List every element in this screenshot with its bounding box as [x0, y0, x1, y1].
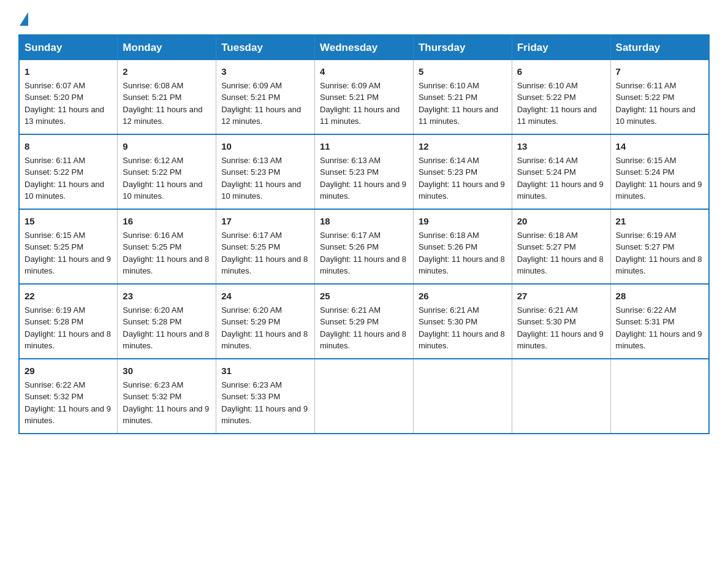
- day-info: Sunrise: 6:22 AMSunset: 5:32 PMDaylight:…: [25, 380, 111, 426]
- day-header-monday: Monday: [118, 35, 216, 60]
- day-header-sunday: Sunday: [19, 35, 118, 60]
- day-number: 2: [123, 65, 211, 79]
- day-number: 28: [616, 289, 703, 303]
- day-info: Sunrise: 6:19 AMSunset: 5:27 PMDaylight:…: [616, 231, 702, 276]
- day-number: 16: [123, 215, 211, 228]
- calendar-cell: 9 Sunrise: 6:12 AMSunset: 5:22 PMDayligh…: [118, 134, 216, 209]
- day-info: Sunrise: 6:09 AMSunset: 5:21 PMDaylight:…: [221, 81, 301, 126]
- logo-triangle-icon: [20, 12, 28, 26]
- day-header-friday: Friday: [512, 35, 610, 60]
- day-info: Sunrise: 6:21 AMSunset: 5:30 PMDaylight:…: [419, 305, 505, 351]
- day-number: 23: [123, 289, 211, 303]
- day-number: 5: [419, 65, 507, 79]
- day-number: 22: [25, 289, 112, 303]
- day-info: Sunrise: 6:16 AMSunset: 5:25 PMDaylight:…: [123, 231, 209, 276]
- day-number: 24: [221, 289, 309, 303]
- calendar-table: SundayMondayTuesdayWednesdayThursdayFrid…: [18, 34, 710, 434]
- day-number: 20: [517, 215, 605, 228]
- day-number: 21: [616, 215, 703, 228]
- day-number: 11: [320, 140, 408, 153]
- calendar-cell: 25 Sunrise: 6:21 AMSunset: 5:29 PMDaylig…: [315, 284, 414, 359]
- calendar-cell: 1 Sunrise: 6:07 AMSunset: 5:20 PMDayligh…: [19, 60, 118, 134]
- day-info: Sunrise: 6:12 AMSunset: 5:22 PMDaylight:…: [123, 156, 202, 201]
- calendar-cell: 6 Sunrise: 6:10 AMSunset: 5:22 PMDayligh…: [512, 60, 610, 134]
- day-info: Sunrise: 6:07 AMSunset: 5:20 PMDaylight:…: [25, 81, 104, 126]
- day-number: 7: [616, 65, 703, 79]
- day-number: 26: [419, 289, 507, 303]
- calendar-cell: 5 Sunrise: 6:10 AMSunset: 5:21 PMDayligh…: [413, 60, 512, 134]
- calendar-cell: 13 Sunrise: 6:14 AMSunset: 5:24 PMDaylig…: [512, 134, 610, 209]
- day-number: 12: [419, 140, 507, 153]
- day-info: Sunrise: 6:11 AMSunset: 5:22 PMDaylight:…: [616, 81, 696, 126]
- day-info: Sunrise: 6:11 AMSunset: 5:22 PMDaylight:…: [25, 156, 104, 201]
- day-info: Sunrise: 6:15 AMSunset: 5:25 PMDaylight:…: [25, 231, 111, 276]
- day-info: Sunrise: 6:14 AMSunset: 5:23 PMDaylight:…: [419, 156, 505, 201]
- calendar-cell: 10 Sunrise: 6:13 AMSunset: 5:23 PMDaylig…: [216, 134, 315, 209]
- calendar-cell: 2 Sunrise: 6:08 AMSunset: 5:21 PMDayligh…: [118, 60, 216, 134]
- calendar-cell: 15 Sunrise: 6:15 AMSunset: 5:25 PMDaylig…: [19, 209, 118, 284]
- day-header-saturday: Saturday: [610, 35, 709, 60]
- day-info: Sunrise: 6:10 AMSunset: 5:21 PMDaylight:…: [419, 81, 498, 126]
- day-number: 17: [221, 215, 309, 228]
- calendar-cell: 3 Sunrise: 6:09 AMSunset: 5:21 PMDayligh…: [216, 60, 315, 134]
- day-number: 15: [25, 215, 112, 228]
- day-number: 6: [517, 65, 605, 79]
- calendar-cell: 22 Sunrise: 6:19 AMSunset: 5:28 PMDaylig…: [19, 284, 118, 359]
- day-info: Sunrise: 6:23 AMSunset: 5:33 PMDaylight:…: [221, 380, 308, 426]
- calendar-cell: 20 Sunrise: 6:18 AMSunset: 5:27 PMDaylig…: [512, 209, 610, 284]
- calendar-body: 1 Sunrise: 6:07 AMSunset: 5:20 PMDayligh…: [19, 60, 709, 434]
- calendar-cell: [512, 359, 610, 434]
- day-info: Sunrise: 6:20 AMSunset: 5:29 PMDaylight:…: [221, 305, 308, 351]
- day-info: Sunrise: 6:14 AMSunset: 5:24 PMDaylight:…: [517, 156, 604, 201]
- day-info: Sunrise: 6:19 AMSunset: 5:28 PMDaylight:…: [25, 305, 111, 351]
- day-info: Sunrise: 6:09 AMSunset: 5:21 PMDaylight:…: [320, 81, 400, 126]
- day-number: 18: [320, 215, 408, 228]
- day-info: Sunrise: 6:15 AMSunset: 5:24 PMDaylight:…: [616, 156, 702, 201]
- calendar-cell: 19 Sunrise: 6:18 AMSunset: 5:26 PMDaylig…: [413, 209, 512, 284]
- calendar-cell: 18 Sunrise: 6:17 AMSunset: 5:26 PMDaylig…: [315, 209, 414, 284]
- calendar-cell: 24 Sunrise: 6:20 AMSunset: 5:29 PMDaylig…: [216, 284, 315, 359]
- calendar-cell: 17 Sunrise: 6:17 AMSunset: 5:25 PMDaylig…: [216, 209, 315, 284]
- calendar-cell: 11 Sunrise: 6:13 AMSunset: 5:23 PMDaylig…: [315, 134, 414, 209]
- day-info: Sunrise: 6:21 AMSunset: 5:30 PMDaylight:…: [517, 305, 604, 351]
- calendar-week-5: 29 Sunrise: 6:22 AMSunset: 5:32 PMDaylig…: [19, 359, 709, 434]
- day-info: Sunrise: 6:20 AMSunset: 5:28 PMDaylight:…: [123, 305, 209, 351]
- calendar-cell: 27 Sunrise: 6:21 AMSunset: 5:30 PMDaylig…: [512, 284, 610, 359]
- calendar-cell: 14 Sunrise: 6:15 AMSunset: 5:24 PMDaylig…: [610, 134, 709, 209]
- day-info: Sunrise: 6:10 AMSunset: 5:22 PMDaylight:…: [517, 81, 597, 126]
- day-number: 8: [25, 140, 112, 153]
- day-info: Sunrise: 6:17 AMSunset: 5:25 PMDaylight:…: [221, 231, 308, 276]
- calendar-cell: 8 Sunrise: 6:11 AMSunset: 5:22 PMDayligh…: [19, 134, 118, 209]
- calendar-header: SundayMondayTuesdayWednesdayThursdayFrid…: [19, 35, 709, 60]
- day-number: 25: [320, 289, 408, 303]
- day-info: Sunrise: 6:23 AMSunset: 5:32 PMDaylight:…: [123, 380, 209, 426]
- day-number: 3: [221, 65, 309, 79]
- calendar-cell: [610, 359, 709, 434]
- day-info: Sunrise: 6:21 AMSunset: 5:29 PMDaylight:…: [320, 305, 406, 351]
- logo: [18, 12, 29, 25]
- day-info: Sunrise: 6:22 AMSunset: 5:31 PMDaylight:…: [616, 305, 702, 351]
- day-number: 19: [419, 215, 507, 228]
- calendar-cell: 31 Sunrise: 6:23 AMSunset: 5:33 PMDaylig…: [216, 359, 315, 434]
- day-number: 13: [517, 140, 605, 153]
- page-header: [18, 12, 710, 25]
- calendar-cell: 30 Sunrise: 6:23 AMSunset: 5:32 PMDaylig…: [118, 359, 216, 434]
- day-number: 10: [221, 140, 309, 153]
- calendar-cell: 12 Sunrise: 6:14 AMSunset: 5:23 PMDaylig…: [413, 134, 512, 209]
- day-header-thursday: Thursday: [413, 35, 512, 60]
- day-number: 14: [616, 140, 703, 153]
- calendar-week-1: 1 Sunrise: 6:07 AMSunset: 5:20 PMDayligh…: [19, 60, 709, 134]
- calendar-cell: 4 Sunrise: 6:09 AMSunset: 5:21 PMDayligh…: [315, 60, 414, 134]
- day-info: Sunrise: 6:17 AMSunset: 5:26 PMDaylight:…: [320, 231, 406, 276]
- day-number: 27: [517, 289, 605, 303]
- day-number: 31: [221, 364, 309, 378]
- calendar-cell: 16 Sunrise: 6:16 AMSunset: 5:25 PMDaylig…: [118, 209, 216, 284]
- day-info: Sunrise: 6:18 AMSunset: 5:26 PMDaylight:…: [419, 231, 505, 276]
- day-number: 4: [320, 65, 408, 79]
- calendar-cell: 7 Sunrise: 6:11 AMSunset: 5:22 PMDayligh…: [610, 60, 709, 134]
- day-info: Sunrise: 6:13 AMSunset: 5:23 PMDaylight:…: [320, 156, 406, 201]
- calendar-cell: 26 Sunrise: 6:21 AMSunset: 5:30 PMDaylig…: [413, 284, 512, 359]
- calendar-week-4: 22 Sunrise: 6:19 AMSunset: 5:28 PMDaylig…: [19, 284, 709, 359]
- day-number: 30: [123, 364, 211, 378]
- day-header-tuesday: Tuesday: [216, 35, 315, 60]
